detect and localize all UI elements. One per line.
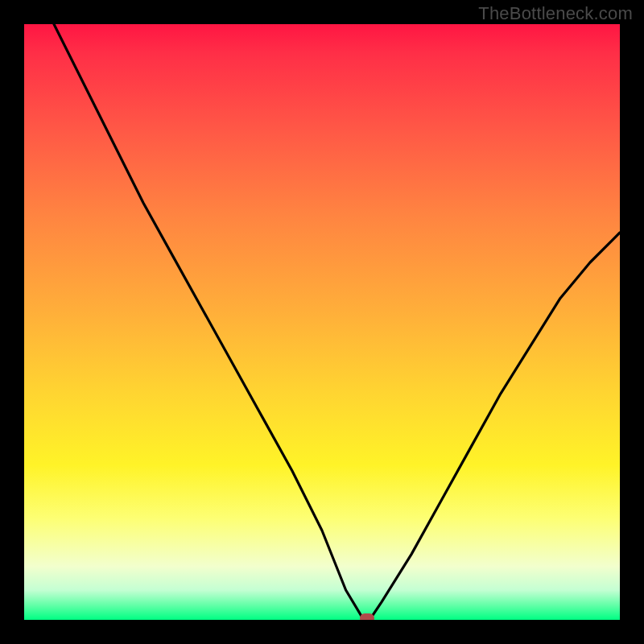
chart-curve-svg bbox=[24, 24, 620, 620]
chart-frame: TheBottleneck.com bbox=[0, 0, 644, 644]
plot-area bbox=[24, 24, 620, 620]
min-marker bbox=[360, 613, 374, 620]
bottleneck-curve bbox=[54, 24, 620, 620]
watermark-text: TheBottleneck.com bbox=[478, 3, 633, 24]
